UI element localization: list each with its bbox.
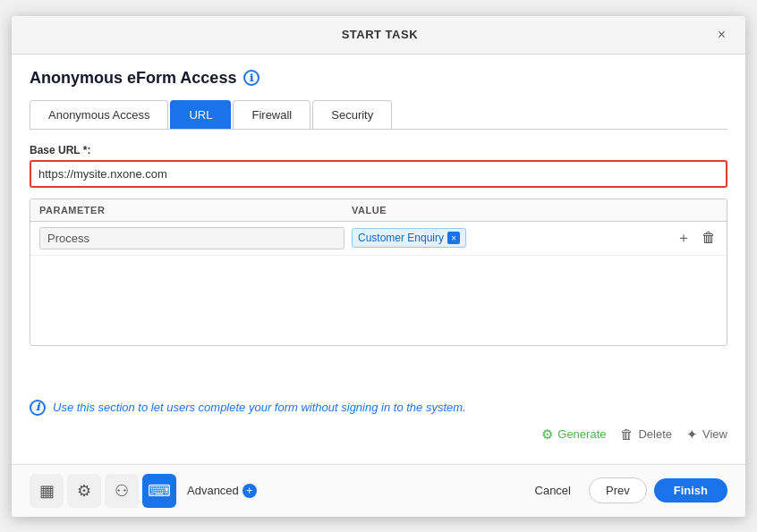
- gear-icon-button[interactable]: ⚙: [67, 474, 101, 508]
- cancel-button[interactable]: Cancel: [524, 478, 582, 502]
- note-info-icon: ℹ: [30, 400, 46, 416]
- keyboard-icon-button[interactable]: ⌨: [142, 474, 176, 508]
- value-cell: Customer Enquiry ×: [352, 228, 664, 248]
- tabs-bar: Anonymous Access URL Firewall Security: [30, 100, 727, 130]
- tab-security[interactable]: Security: [312, 100, 392, 129]
- generate-icon: ⚙: [541, 426, 553, 443]
- base-url-label: Base URL *:: [30, 144, 727, 156]
- info-note: ℹ Use this section to let users complete…: [30, 400, 727, 416]
- param-input[interactable]: [39, 227, 344, 249]
- delete-button[interactable]: 🗑 Delete: [620, 426, 672, 443]
- modal-footer: ▦ ⚙ ⚇ ⌨ Advanced +: [12, 464, 745, 517]
- generate-button[interactable]: ⚙ Generate: [541, 426, 606, 443]
- view-button[interactable]: ✦ View: [686, 426, 727, 443]
- value-tag-close[interactable]: ×: [447, 232, 460, 244]
- param-cell: [39, 227, 352, 249]
- gear-icon: ⚙: [77, 481, 91, 501]
- advanced-label: Advanced: [187, 484, 239, 497]
- modal: START TASK × Anonymous eForm Access ℹ An…: [12, 16, 745, 517]
- modal-title: START TASK: [47, 28, 712, 41]
- delete-row-button[interactable]: 🗑: [700, 228, 718, 248]
- footer-nav: Cancel Prev Finish: [524, 477, 727, 503]
- delete-icon: 🗑: [620, 426, 634, 442]
- base-url-input[interactable]: [30, 160, 727, 188]
- param-col-header: PARAMETER: [39, 205, 352, 215]
- page-title-text: Anonymous eForm Access: [30, 69, 236, 88]
- users-icon-button[interactable]: ⚇: [105, 474, 139, 508]
- modal-body: Anonymous eForm Access ℹ Anonymous Acces…: [12, 55, 745, 464]
- params-table: PARAMETER VALUE Customer Enquiry ×: [30, 198, 727, 346]
- form-icon-button[interactable]: ▦: [30, 474, 64, 508]
- prev-button[interactable]: Prev: [589, 477, 647, 503]
- value-col-header: VALUE: [352, 205, 664, 215]
- modal-header: START TASK ×: [12, 16, 745, 55]
- footer-icons: ▦ ⚙ ⚇ ⌨: [30, 474, 176, 508]
- info-icon[interactable]: ℹ: [243, 70, 259, 86]
- generate-label: Generate: [557, 427, 606, 441]
- users-icon: ⚇: [115, 481, 129, 501]
- delete-label: Delete: [638, 427, 672, 441]
- advanced-plus-icon: +: [242, 484, 257, 498]
- value-tag: Customer Enquiry ×: [352, 228, 466, 248]
- view-label: View: [702, 427, 727, 441]
- tab-anonymous-access[interactable]: Anonymous Access: [30, 100, 168, 129]
- form-section: Base URL *: PARAMETER VALUE: [30, 144, 727, 389]
- tab-url[interactable]: URL: [170, 100, 231, 129]
- view-icon: ✦: [686, 426, 698, 443]
- tab-firewall[interactable]: Firewall: [233, 100, 310, 129]
- empty-rows: [30, 256, 727, 345]
- add-row-button[interactable]: ＋: [675, 227, 693, 249]
- params-table-header: PARAMETER VALUE: [30, 199, 727, 222]
- row-actions: ＋ 🗑: [664, 227, 718, 249]
- finish-button[interactable]: Finish: [654, 478, 727, 502]
- action-bar: ⚙ Generate 🗑 Delete ✦ View: [30, 426, 727, 443]
- close-button[interactable]: ×: [712, 25, 731, 45]
- page-title-row: Anonymous eForm Access ℹ: [30, 69, 727, 88]
- modal-overlay: START TASK × Anonymous eForm Access ℹ An…: [0, 0, 757, 532]
- value-tag-text: Customer Enquiry: [358, 232, 444, 244]
- table-row: Customer Enquiry × ＋ 🗑: [30, 222, 727, 256]
- keyboard-icon: ⌨: [148, 481, 171, 501]
- form-icon: ▦: [39, 481, 55, 501]
- info-note-text: Use this section to let users complete y…: [53, 401, 466, 414]
- advanced-button[interactable]: Advanced +: [187, 484, 257, 498]
